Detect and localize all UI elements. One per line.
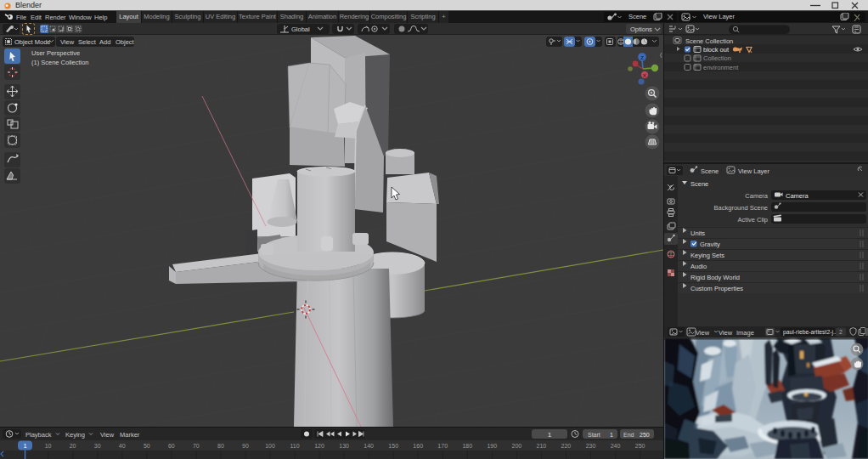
svg-text:Scene: Scene [690,180,708,188]
svg-text:X: X [643,73,646,78]
svg-text:80: 80 [217,443,224,449]
svg-text:View: View [719,329,733,337]
svg-text:End: End [623,432,634,438]
svg-text:(1) Scene Collection: (1) Scene Collection [31,59,89,66]
svg-text:130: 130 [339,443,349,449]
svg-text:1: 1 [23,442,26,450]
svg-text:230: 230 [586,443,596,449]
svg-text:Image: Image [736,329,754,337]
svg-text:250: 250 [640,432,650,438]
svg-text:paul-riebe-arttest2-j...: paul-riebe-arttest2-j... [783,329,838,336]
svg-text:Scene: Scene [701,167,719,175]
svg-text:Units: Units [690,230,705,237]
svg-text:60: 60 [168,443,175,449]
svg-text:Keying: Keying [65,431,85,439]
svg-text:View Layer: View Layer [738,167,769,175]
svg-text:250: 250 [635,443,645,449]
svg-text:180: 180 [462,443,472,449]
svg-text:View: View [696,329,710,337]
svg-text:90: 90 [242,443,249,449]
svg-text:160: 160 [413,443,423,449]
svg-text:10: 10 [45,443,52,449]
svg-text:1: 1 [548,431,551,439]
svg-text:Custom Properties: Custom Properties [690,285,743,292]
svg-text:Object Mode: Object Mode [14,38,51,46]
svg-text:240: 240 [611,443,621,449]
svg-text:110: 110 [290,443,299,449]
svg-text:210: 210 [537,443,547,449]
svg-text:Playback: Playback [25,431,52,439]
svg-text:20: 20 [70,443,76,449]
svg-text:Keying Sets: Keying Sets [690,252,724,259]
svg-text:140: 140 [364,443,374,449]
svg-text:Background Scene: Background Scene [714,204,768,212]
svg-text:150: 150 [388,443,398,449]
svg-text:40: 40 [119,443,126,449]
svg-text:30: 30 [94,443,101,449]
svg-text:1: 1 [610,432,613,438]
svg-text:User Perspective: User Perspective [31,49,80,57]
svg-text:170: 170 [437,443,448,449]
svg-text:Gravity: Gravity [700,241,720,248]
svg-text:220: 220 [561,443,572,449]
svg-text:Scene Collection: Scene Collection [685,37,733,45]
svg-text:Camera: Camera [786,192,809,200]
svg-text:190: 190 [487,443,497,449]
svg-text:120: 120 [314,443,324,449]
svg-text:100: 100 [265,443,275,449]
svg-text:Add: Add [99,38,110,46]
svg-text:block out: block out [703,46,730,54]
svg-text:200: 200 [512,443,522,449]
svg-text:Camera: Camera [745,192,769,200]
svg-text:70: 70 [193,443,200,449]
svg-text:environment: environment [703,64,739,71]
svg-text:Active Clip: Active Clip [738,216,768,224]
svg-text:Start: Start [588,432,600,438]
svg-text:50: 50 [144,443,150,449]
svg-text:Z: Z [640,55,644,60]
svg-text:Object: Object [116,38,135,46]
svg-text:View: View [100,431,115,439]
svg-text:Select: Select [78,38,97,46]
svg-text:2: 2 [839,329,843,335]
svg-text:Rigid Body World: Rigid Body World [690,274,740,281]
svg-text:Collection: Collection [703,54,731,62]
svg-text:Marker: Marker [120,431,140,439]
svg-text:View: View [60,38,75,46]
svg-text:Audio: Audio [690,263,707,270]
